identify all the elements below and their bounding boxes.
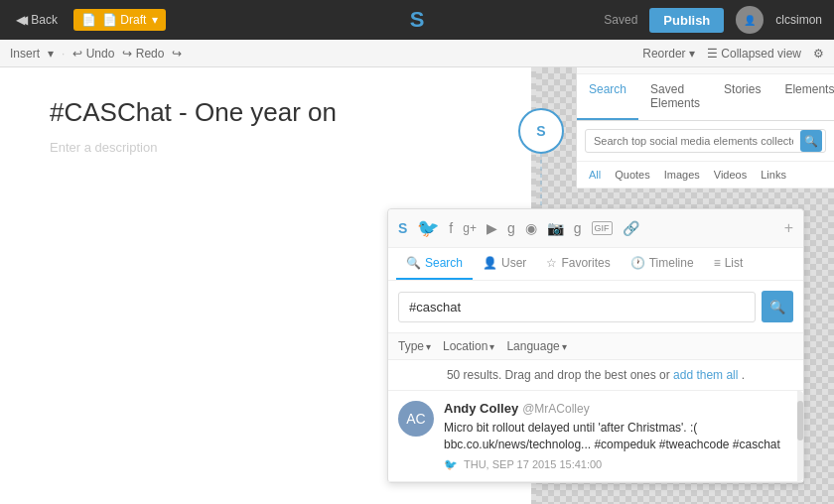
- twitter-panel-tabs: 🔍 Search 👤 User ☆ Favorites 🕐 Timeline ≡…: [388, 248, 803, 281]
- draft-icon: 📄: [81, 13, 96, 27]
- tweet-author-name: Andy Colley: [444, 401, 518, 416]
- insert-button[interactable]: Insert: [10, 47, 40, 61]
- filter-pills: All Quotes Images Videos Links: [577, 162, 834, 189]
- twitter-search-button[interactable]: 🔍: [762, 291, 793, 322]
- tw-link-icon[interactable]: 🔗: [623, 220, 639, 236]
- tw-google-icon[interactable]: g: [507, 220, 515, 236]
- story-description: Enter a description: [50, 140, 482, 155]
- tweet-meta: 🐦 THU, SEP 17 2015 15:41:00: [444, 458, 793, 471]
- tab-stories[interactable]: Stories: [712, 74, 772, 120]
- add-all-link[interactable]: add them all: [673, 368, 738, 382]
- tw-gplus-icon[interactable]: g+: [463, 221, 477, 235]
- username-label: clcsimon: [775, 13, 822, 27]
- back-label: ◀ Back: [19, 13, 58, 27]
- filter-all[interactable]: All: [585, 167, 605, 183]
- story-title: #CASChat - One year on: [50, 97, 482, 128]
- tweet-scrollbar[interactable]: [797, 391, 803, 481]
- tw-tab-list[interactable]: ≡ List: [704, 248, 754, 280]
- side-search-input[interactable]: [585, 129, 826, 153]
- list-icon: ≡: [714, 256, 721, 270]
- location-filter-button[interactable]: Location: [443, 339, 494, 353]
- undo-button[interactable]: ↩ Undo: [72, 47, 114, 61]
- side-search-button[interactable]: 🔍: [800, 130, 822, 152]
- twitter-panel-icon-bar: S 🐦 f g+ ▶ g ◉ 📷 g GIF 🔗 +: [388, 209, 803, 248]
- user-icon: 👤: [483, 256, 497, 270]
- tweet-author-handle: @MrAColley: [522, 402, 590, 416]
- tweet-text: Micro bit rollout delayed until 'after C…: [444, 420, 793, 453]
- side-search-area: 🔍: [577, 121, 834, 162]
- tw-gplus2-icon[interactable]: g: [574, 220, 582, 236]
- twitter-search-input[interactable]: [398, 292, 756, 322]
- filter-links[interactable]: Links: [757, 167, 790, 183]
- type-filter-button[interactable]: Type: [398, 339, 431, 353]
- settings-icon[interactable]: ⚙: [813, 47, 824, 61]
- tweet-avatar: AC: [398, 401, 434, 437]
- filter-videos[interactable]: Videos: [710, 167, 751, 183]
- redo-arrow: ↪: [172, 47, 182, 61]
- tw-tab-search[interactable]: 🔍 Search: [396, 248, 473, 280]
- tw-storify-icon[interactable]: S: [398, 220, 407, 236]
- twitter-search-row: 🔍: [388, 281, 803, 333]
- tw-instagram-icon[interactable]: 📷: [547, 220, 564, 236]
- twitter-filters: Type Location Language: [388, 333, 803, 360]
- draft-arrow-icon: ▾: [152, 13, 158, 27]
- secondary-toolbar: Insert ▾ · ↩ Undo ↪ Redo ↪ Reorder ▾ ☰ C…: [0, 40, 834, 67]
- publish-button[interactable]: Publish: [649, 8, 724, 33]
- tweet-date: THU, SEP 17 2015 15:41:00: [464, 458, 602, 470]
- draft-label: 📄 Draft: [102, 13, 146, 27]
- tweet-platform-icon: 🐦: [444, 458, 458, 471]
- star-icon: ☆: [546, 256, 557, 270]
- scrollbar-thumb: [797, 401, 803, 441]
- tw-flickr-icon[interactable]: ◉: [525, 220, 537, 236]
- filter-images[interactable]: Images: [660, 167, 704, 183]
- draft-button[interactable]: 📄 📄 Draft ▾: [73, 9, 166, 31]
- back-button[interactable]: ◀ ◀ Back: [8, 9, 66, 31]
- results-info: 50 results. Drag and drop the best ones …: [388, 360, 803, 391]
- tweet-content: Andy Colley @MrAColley Micro bit rollout…: [444, 401, 793, 471]
- tweet-item: AC Andy Colley @MrAColley Micro bit roll…: [388, 391, 803, 482]
- clock-icon: 🕐: [630, 256, 645, 270]
- filter-quotes[interactable]: Quotes: [611, 167, 653, 183]
- tab-saved-elements[interactable]: Saved Elements: [638, 74, 712, 120]
- redo-button[interactable]: ↪ Redo: [122, 47, 164, 61]
- tw-youtube-icon[interactable]: ▶: [486, 220, 497, 236]
- language-filter-button[interactable]: Language: [506, 339, 566, 353]
- twitter-panel: S 🐦 f g+ ▶ g ◉ 📷 g GIF 🔗 + 🔍 Search 👤 Us…: [387, 208, 804, 483]
- saved-indicator: Saved: [604, 13, 637, 27]
- avatar: 👤: [736, 6, 764, 34]
- storify-logo: S: [410, 7, 425, 33]
- tw-twitter-icon[interactable]: 🐦: [417, 217, 439, 239]
- search-icon: 🔍: [406, 256, 421, 270]
- toolbar-separator-1: ·: [62, 47, 65, 61]
- tw-add-button[interactable]: +: [784, 219, 793, 237]
- top-bar: ◀ ◀ Back 📄 📄 Draft ▾ S Saved Publish 👤 c…: [0, 0, 834, 40]
- tab-elements[interactable]: Elements: [772, 74, 834, 120]
- tw-tab-user[interactable]: 👤 User: [473, 248, 536, 280]
- reorder-button[interactable]: Reorder ▾: [642, 47, 695, 61]
- insert-arrow: ▾: [48, 47, 54, 61]
- side-panel-tabs: Search Saved Elements Stories Elements: [577, 74, 834, 121]
- tab-search[interactable]: Search: [577, 74, 638, 120]
- results-count: 50 results. Drag and drop the best ones …: [447, 368, 670, 382]
- tw-gif-icon[interactable]: GIF: [592, 221, 613, 235]
- editor-container: ◀ ◀ Back 📄 📄 Draft ▾ S Saved Publish 👤 c…: [0, 0, 834, 504]
- tw-tab-favorites[interactable]: ☆ Favorites: [536, 248, 620, 280]
- collapsed-view-button[interactable]: ☰ Collapsed view: [707, 47, 801, 61]
- tw-tab-timeline[interactable]: 🕐 Timeline: [621, 248, 704, 280]
- tw-facebook-icon[interactable]: f: [449, 220, 453, 236]
